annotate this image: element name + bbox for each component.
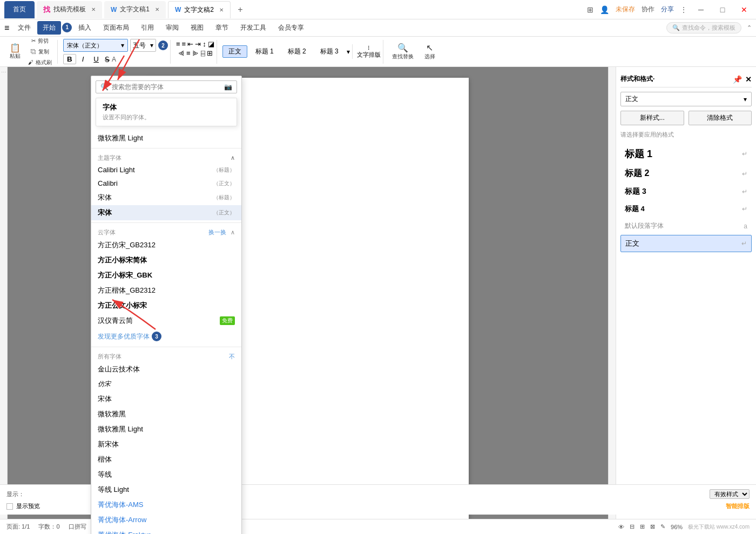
cloud-collapse-icon[interactable]: ∧: [231, 229, 235, 236]
list-number-icon[interactable]: ≡: [182, 40, 186, 48]
restore-button[interactable]: □: [715, 2, 730, 17]
tab-findmb[interactable]: 找 找稿壳模板 ✕: [37, 1, 102, 18]
font-item-hyqingyun[interactable]: 汉仪青云简 免费: [91, 313, 241, 328]
font-item-msyahei[interactable]: 微软雅黑: [91, 407, 241, 422]
underline-button[interactable]: U: [90, 54, 103, 64]
refresh-link[interactable]: 换一换: [208, 228, 226, 236]
view-icon3[interactable]: ⊠: [650, 523, 655, 530]
italic-button[interactable]: I: [78, 54, 88, 64]
font-item-dengxian[interactable]: 等线: [91, 467, 241, 482]
bold-button[interactable]: B: [63, 54, 76, 64]
text-arrange-btn[interactable]: ⫶ 文字排版: [357, 44, 381, 59]
hamburger-icon[interactable]: ≡: [4, 23, 9, 33]
menu-start[interactable]: 开始: [37, 21, 61, 35]
font-item-fzgwbsong[interactable]: 方正公文小标宋: [91, 298, 241, 313]
style-item-h1[interactable]: 标题 1 ↵: [620, 144, 752, 164]
tab2-close[interactable]: ✕: [155, 6, 159, 12]
sort-icon[interactable]: ↕: [202, 40, 206, 48]
show-preview-checkbox[interactable]: [6, 503, 13, 510]
panel-close-icon[interactable]: ✕: [745, 75, 752, 84]
tab3-close[interactable]: ✕: [219, 7, 224, 13]
find-replace-button[interactable]: 🔍 查找替换: [389, 42, 417, 62]
menu-reference[interactable]: 引用: [136, 21, 159, 35]
font-item-songti-body[interactable]: 宋体 （正文）: [91, 205, 241, 220]
font-item-calibri-light[interactable]: Calibri Light （标题）: [91, 163, 241, 177]
theme-collapse-icon[interactable]: ∧: [231, 154, 235, 161]
tab-home[interactable]: 首页: [4, 1, 35, 18]
clear-format-button[interactable]: 清除格式: [688, 111, 752, 125]
more-menu-icon[interactable]: ⋮: [680, 6, 687, 13]
style-item-h2[interactable]: 标题 2 ↵: [620, 165, 752, 182]
menu-layout[interactable]: 页面布局: [98, 21, 134, 35]
font-name-selector[interactable]: 宋体（正文） ▾: [63, 39, 128, 52]
style-item-default-para[interactable]: 默认段落字体 a: [620, 218, 752, 234]
font-item-songti-heading[interactable]: 宋体 （标题）: [91, 190, 241, 205]
style-h3[interactable]: 标题 3: [314, 45, 345, 58]
table-icon[interactable]: ⊞: [207, 49, 213, 57]
font-item-dengxian-light[interactable]: 等线 Light: [91, 482, 241, 497]
align-center-icon[interactable]: ≡: [186, 49, 191, 57]
tab-doc2[interactable]: W 文字文稿2 ✕: [168, 1, 231, 18]
indent-icon[interactable]: ⇥: [195, 40, 201, 48]
font-item-fangsong[interactable]: 仿宋: [91, 377, 241, 391]
camera-icon[interactable]: 📷: [224, 83, 232, 91]
display-select[interactable]: 有效样式: [710, 489, 750, 499]
panel-pin-icon[interactable]: 📌: [733, 75, 742, 84]
font-search-input[interactable]: [112, 83, 221, 91]
collapse-panel-icon[interactable]: ⌃: [747, 24, 752, 31]
select-button[interactable]: ↖ 选择: [421, 42, 438, 62]
font-size-selector[interactable]: 五号 ▾: [130, 39, 156, 52]
menu-devtools[interactable]: 开发工具: [235, 21, 272, 35]
minimize-button[interactable]: ─: [693, 2, 708, 17]
eye-icon[interactable]: 👁: [618, 524, 624, 530]
font-item-fzbsong-simple[interactable]: 方正小标宋简体: [91, 253, 241, 268]
list-bullet-icon[interactable]: ≡: [176, 40, 180, 48]
tab-doc1[interactable]: W 文字文稿1 ✕: [104, 1, 166, 18]
font-item-jyht-fraktur[interactable]: 菁优海体-Fraktur: [91, 528, 241, 534]
menu-insert[interactable]: 插入: [73, 21, 97, 35]
font-search-box[interactable]: 🔍 📷: [96, 80, 237, 93]
new-style-button[interactable]: 新样式...: [620, 111, 684, 125]
style-normal[interactable]: 正文: [222, 45, 247, 58]
bg-color-icon[interactable]: ◪: [208, 40, 214, 48]
close-button[interactable]: ✕: [737, 2, 752, 17]
font-item-kaishu[interactable]: 楷体: [91, 452, 241, 467]
font-color-button[interactable]: A: [112, 56, 116, 63]
format-brush-button[interactable]: 🖌 格式刷: [25, 58, 55, 67]
cut-button[interactable]: ✂ 剪切: [25, 36, 55, 46]
align-left-icon[interactable]: ⫷: [178, 49, 185, 57]
discover-more-link[interactable]: 发现更多优质字体 3: [91, 328, 241, 344]
style-item-h4[interactable]: 标题 4 ↵: [620, 201, 752, 217]
new-tab-button[interactable]: +: [233, 2, 248, 17]
styles-more-icon[interactable]: ▾: [347, 48, 350, 56]
justify-icon[interactable]: ⌸: [201, 49, 205, 57]
share-btn[interactable]: 分享: [661, 5, 674, 14]
align-right-icon[interactable]: ⫸: [192, 49, 199, 57]
copy-button[interactable]: ⿻ 复制: [25, 47, 55, 57]
current-font-item[interactable]: 微软雅黑 Light: [91, 131, 241, 146]
font-item-calibri[interactable]: Calibri （正文）: [91, 177, 241, 190]
font-item-newsongti[interactable]: 新宋体: [91, 437, 241, 452]
font-item-jyht-ams[interactable]: 菁优海体-AMS: [91, 497, 241, 512]
sidebar-icon1[interactable]: ⋯: [1, 69, 6, 75]
paste-button[interactable]: 📋 粘贴: [6, 43, 24, 61]
menu-view[interactable]: 视图: [185, 21, 209, 35]
font-item-fzsong[interactable]: 方正仿宋_GB2312: [91, 238, 241, 253]
right-scrollbar[interactable]: [608, 67, 616, 519]
style-item-h3[interactable]: 标题 3 ↵: [620, 184, 752, 200]
menu-review[interactable]: 审阅: [160, 21, 184, 35]
font-item-fzkaishu[interactable]: 方正楷体_GB2312: [91, 283, 241, 298]
font-item-jsytech[interactable]: 金山云技术体: [91, 362, 241, 377]
tab1-close[interactable]: ✕: [91, 6, 96, 12]
menu-vip[interactable]: 会员专享: [273, 21, 309, 35]
view-icon1[interactable]: ⊟: [630, 523, 634, 530]
style-h2[interactable]: 标题 2: [282, 45, 312, 58]
style-dropdown[interactable]: 正文 ▾: [620, 92, 752, 106]
menu-file[interactable]: 文件: [12, 21, 36, 35]
menu-chapter[interactable]: 章节: [210, 21, 234, 35]
style-item-normal[interactable]: 正文 ↵: [620, 235, 752, 252]
font-item-msyahei-light[interactable]: 微软雅黑 Light: [91, 422, 241, 437]
view-icon2[interactable]: ⊞: [640, 523, 645, 530]
strikethrough-button[interactable]: S̶: [105, 55, 110, 64]
outdent-icon[interactable]: ⇤: [187, 40, 193, 48]
